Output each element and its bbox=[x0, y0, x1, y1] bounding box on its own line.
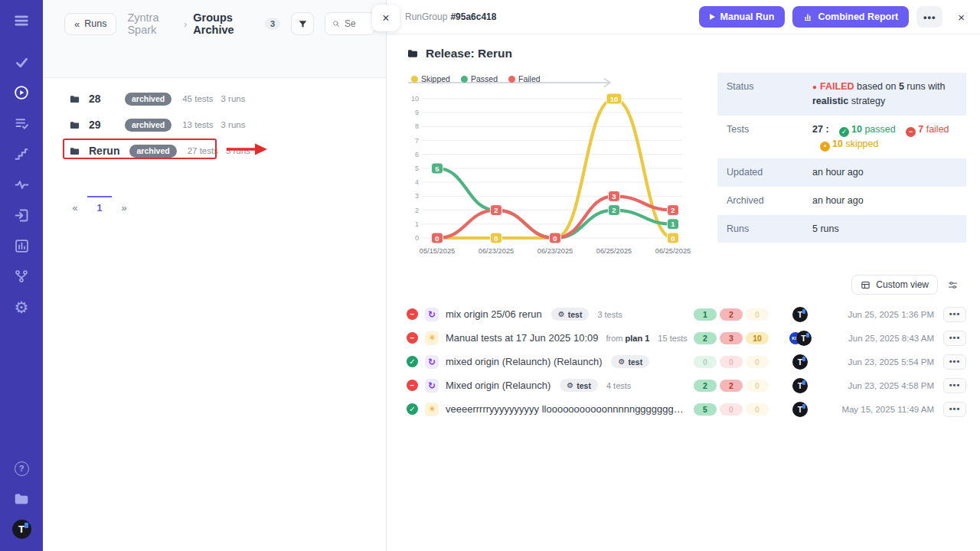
run-avatars: KE T bbox=[772, 331, 828, 346]
meta-row-tests: Tests 27 : ✓10 passed −7 failed •10 skip… bbox=[717, 116, 966, 159]
avatar[interactable]: T bbox=[792, 402, 808, 417]
pagination-page-1[interactable]: 1 bbox=[87, 196, 112, 214]
svg-text:5: 5 bbox=[435, 165, 439, 173]
run-result-badges: 1 2 0 bbox=[694, 308, 772, 321]
archived-badge: archived bbox=[125, 119, 172, 132]
runs-play-icon[interactable] bbox=[11, 83, 31, 103]
group-row[interactable]: 28 archived 45 tests 3 runs bbox=[69, 86, 386, 112]
svg-text:3: 3 bbox=[415, 192, 419, 200]
bar-chart-icon bbox=[803, 12, 812, 21]
failed-status-icon bbox=[407, 380, 418, 391]
avatar[interactable]: T bbox=[796, 331, 812, 346]
branches-icon[interactable] bbox=[11, 266, 31, 286]
rungroup-id: #95a6c418 bbox=[450, 11, 496, 22]
breadcrumb-separator: › bbox=[184, 18, 187, 30]
run-more-button[interactable]: ••• bbox=[943, 354, 966, 370]
legend-passed: Passed bbox=[461, 74, 498, 83]
projects-folder-icon[interactable] bbox=[11, 489, 31, 509]
play-icon bbox=[710, 14, 715, 20]
group-name: 29 bbox=[89, 119, 115, 131]
folder-icon bbox=[69, 119, 80, 131]
chart-legend: Skipped Passed Failed bbox=[407, 71, 707, 86]
pagination-next[interactable]: » bbox=[112, 196, 136, 214]
settings-gear-icon[interactable]: ⚙ bbox=[11, 297, 31, 317]
run-title: veeeerrrrryyyyyyyyyy llooooooooooonnnnng… bbox=[446, 403, 688, 415]
run-more-button[interactable]: ••• bbox=[943, 331, 966, 346]
pagination-prev[interactable]: « bbox=[63, 196, 87, 214]
rerun-type-icon bbox=[425, 355, 439, 369]
failed-badge: 2 bbox=[720, 380, 743, 392]
release-folder-icon bbox=[407, 47, 419, 60]
custom-view-button[interactable]: Custom view bbox=[851, 275, 938, 295]
svg-text:8: 8 bbox=[415, 122, 419, 130]
list-toolbar: Custom view bbox=[407, 275, 966, 295]
pulse-icon[interactable] bbox=[11, 174, 31, 194]
failed-status-icon bbox=[407, 308, 418, 320]
avatar[interactable]: T bbox=[792, 378, 808, 393]
search-input[interactable] bbox=[345, 18, 368, 29]
archived-badge: archived bbox=[125, 93, 172, 106]
failed-badge: 0 bbox=[720, 356, 743, 368]
filter-button[interactable] bbox=[291, 12, 314, 35]
results-check-icon[interactable] bbox=[11, 52, 31, 72]
stairs-icon[interactable] bbox=[11, 144, 31, 164]
run-tests-count: 4 tests bbox=[606, 381, 631, 390]
legend-failed: Failed bbox=[508, 74, 541, 83]
detail-close-button[interactable]: × bbox=[955, 8, 968, 27]
hamburger-menu-icon[interactable] bbox=[11, 11, 31, 31]
rerun-type-icon bbox=[425, 308, 439, 321]
run-title: mix origin 25/06 rerun bbox=[446, 308, 542, 320]
failed-badge: 3 bbox=[720, 332, 743, 344]
group-row[interactable]: 29 archived 13 tests 3 runs bbox=[69, 112, 386, 138]
test-plans-icon[interactable] bbox=[11, 113, 31, 133]
meta-row-status: Status ●FAILED based on 5 runs with real… bbox=[717, 73, 966, 116]
status-dot-icon: ● bbox=[812, 83, 817, 91]
breadcrumb-project[interactable]: Zyntra Spark bbox=[127, 11, 178, 36]
svg-text:2: 2 bbox=[494, 206, 498, 214]
passed-badge: 1 bbox=[694, 308, 717, 321]
breadcrumb-current: Groups Archive bbox=[193, 11, 259, 36]
run-tests-count: 15 tests bbox=[658, 334, 688, 343]
run-result-badges: 2 2 0 bbox=[694, 380, 772, 392]
group-tests-count: 27 tests bbox=[188, 146, 218, 155]
group-tests-count: 45 tests bbox=[182, 94, 213, 103]
run-more-button[interactable]: ••• bbox=[943, 402, 966, 417]
legend-skipped: Skipped bbox=[411, 74, 450, 83]
groups-drawer: « Runs Zyntra Spark › Groups Archive 3 bbox=[43, 0, 387, 551]
groups-count-badge: 3 bbox=[265, 18, 280, 30]
passed-status-icon bbox=[407, 403, 418, 415]
app-root: ⚙ ? T « Runs Zyntra Spark › Groups Archi… bbox=[0, 0, 980, 551]
run-date: May 15, 2025 11:49 AM bbox=[828, 405, 934, 414]
manual-run-button[interactable]: Manual Run bbox=[699, 6, 786, 28]
import-icon[interactable] bbox=[11, 205, 31, 225]
run-result-badges: 2 3 10 bbox=[694, 332, 772, 344]
passed-badge: 5 bbox=[694, 403, 717, 416]
group-runs-count: 5 runs bbox=[226, 146, 250, 155]
avatar[interactable]: T bbox=[792, 354, 808, 370]
avatar[interactable]: T bbox=[792, 307, 808, 322]
help-icon[interactable]: ? bbox=[11, 458, 31, 478]
run-result-badges: 5 0 0 bbox=[694, 403, 772, 416]
drawer-close-button[interactable]: × bbox=[372, 5, 400, 31]
run-row[interactable]: Mixed origin (Relaunch) test 4 tests 2 2… bbox=[407, 373, 966, 397]
group-row-rerun[interactable]: Rerun archived 27 tests 5 runs bbox=[69, 138, 386, 164]
run-more-button[interactable]: ••• bbox=[943, 378, 966, 393]
reports-chart-icon[interactable] bbox=[11, 236, 31, 256]
run-row[interactable]: mix origin 25/06 rerun test 3 tests 1 2 … bbox=[407, 302, 966, 326]
back-to-runs-button[interactable]: « Runs bbox=[64, 13, 116, 35]
user-avatar[interactable]: T bbox=[12, 520, 31, 539]
run-row[interactable]: mixed origin (Relaunch) (Relaunch) test … bbox=[407, 350, 966, 373]
filter-sliders-icon[interactable] bbox=[947, 279, 959, 291]
header-more-button[interactable]: ••• bbox=[916, 6, 942, 28]
rerun-type-icon bbox=[425, 379, 439, 393]
combined-report-button[interactable]: Combined Report bbox=[792, 6, 909, 28]
svg-text:0: 0 bbox=[553, 234, 557, 243]
run-row[interactable]: Manual tests at 17 Jun 2025 10:09 from p… bbox=[407, 326, 966, 350]
failed-dot-icon bbox=[508, 76, 515, 83]
run-more-button[interactable]: ••• bbox=[943, 307, 966, 322]
run-row[interactable]: veeeerrrrryyyyyyyyyy llooooooooooonnnnng… bbox=[407, 397, 966, 421]
run-avatars: T bbox=[772, 402, 828, 417]
failed-status-icon bbox=[407, 332, 418, 344]
svg-text:06/23/2025: 06/23/2025 bbox=[537, 247, 573, 255]
runs-list: mix origin 25/06 rerun test 3 tests 1 2 … bbox=[407, 302, 966, 421]
